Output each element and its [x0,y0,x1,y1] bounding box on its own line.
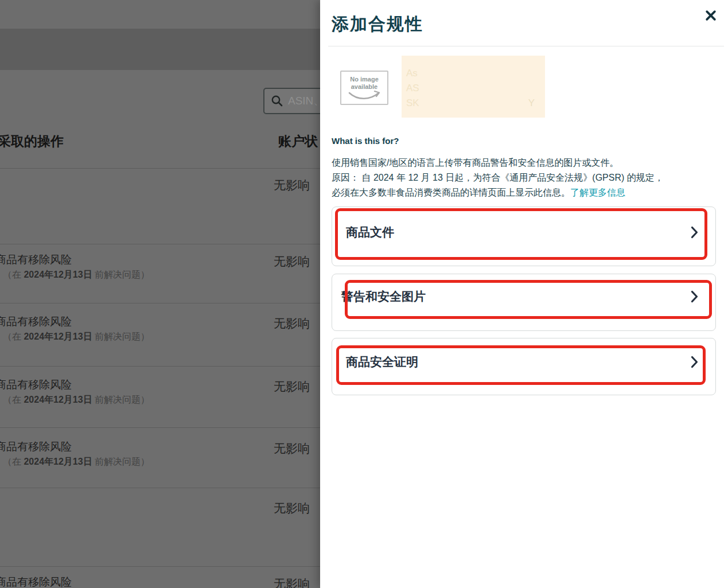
risk-title-cell: 商品有移除风险 [0,252,72,267]
option-product-safety-certification[interactable]: 商品安全证明 [332,338,716,395]
close-button[interactable] [703,8,718,23]
account-impact-cell: 无影响 [274,254,310,270]
chevron-right-icon [691,356,698,368]
product-info-redacted: As AS SK Y [402,56,545,118]
product-thumbnail-placeholder: No image available [340,71,388,105]
account-impact-cell: 无影响 [274,379,310,395]
option-label: 商品安全证明 [346,354,418,370]
section-heading: What is this for? [332,136,399,146]
risk-title-cell: 商品有移除风险 [0,575,72,588]
screenshot-stage: 采取的操作 账户状 无影响 商品有移除风险 （在 2024年12月13日 前解决… [0,0,728,588]
risk-sub-prefix: （在 [3,395,24,404]
row-divider [0,488,320,488]
option-label: 警告和安全图片 [341,289,426,305]
account-impact-cell: 无影响 [274,576,310,588]
amazon-smile-icon [347,91,382,101]
description-line-3-text: 必须在大多数非食品消费类商品的详情页面上显示此信息。 [332,188,570,197]
risk-sub-prefix: （在 [3,332,24,341]
column-header-action: 采取的操作 [0,133,64,150]
row-divider [0,303,320,303]
risk-sub-prefix: （在 [3,270,24,279]
no-image-text: available [341,83,387,91]
title-divider [328,46,724,46]
row-divider [0,427,320,428]
row-divider [0,168,320,169]
redacted-line: As [406,68,418,79]
risk-title-cell: 商品有移除风险 [0,439,72,454]
description-line-1: 使用销售国家/地区的语言上传带有商品警告和安全信息的图片或文件。 [332,155,618,170]
no-image-text: No image [341,76,387,83]
risk-sub-date: 2024年12月13日 [24,395,92,404]
option-warning-safety-images[interactable]: 警告和安全图片 [332,274,716,331]
redacted-line: SK [406,98,419,109]
account-impact-cell: 无影响 [274,500,310,516]
row-divider [0,366,320,367]
risk-title-cell: 商品有移除风险 [0,314,72,329]
learn-more-link[interactable]: 了解更多信息 [570,188,625,197]
chevron-right-icon [691,290,698,303]
page-top-strip [0,0,320,29]
account-impact-cell: 无影响 [274,316,310,332]
risk-sub-suffix: 前解决问题） [92,332,150,341]
account-impact-cell: 无影响 [274,441,310,457]
option-label: 商品文件 [346,224,394,240]
row-divider [0,566,320,567]
option-product-documents[interactable]: 商品文件 [332,207,716,266]
risk-deadline-cell: （在 2024年12月13日 前解决问题） [3,269,150,281]
redacted-char: Y [528,98,535,109]
column-header-status: 账户状 [278,133,318,150]
risk-deadline-cell: （在 2024年12月13日 前解决问题） [3,456,150,468]
risk-sub-prefix: （在 [3,457,24,466]
search-icon [271,95,283,107]
risk-sub-suffix: 前解决问题） [92,270,150,279]
risk-title-cell: 商品有移除风险 [0,377,72,392]
risk-deadline-cell: （在 2024年12月13日 前解决问题） [3,394,150,406]
add-compliance-drawer: 添加合规性 No image available As AS SK Y What… [320,0,728,588]
page-header-band [0,29,320,70]
description-line-2: 原因： 自 2024 年 12 月 13 日起，为符合《通用产品安全法规》(GP… [332,170,664,185]
description-line-3: 必须在大多数非食品消费类商品的详情页面上显示此信息。了解更多信息 [332,185,625,200]
redacted-line: AS [406,83,419,94]
risk-sub-date: 2024年12月13日 [24,332,92,341]
risk-sub-suffix: 前解决问题） [92,457,150,466]
risk-sub-suffix: 前解决问题） [92,395,150,404]
row-divider [0,244,320,244]
chevron-right-icon [691,226,698,239]
risk-deadline-cell: （在 2024年12月13日 前解决问题） [3,331,150,343]
dimmed-background-page: 采取的操作 账户状 无影响 商品有移除风险 （在 2024年12月13日 前解决… [0,0,320,588]
risk-sub-date: 2024年12月13日 [24,270,92,279]
risk-sub-date: 2024年12月13日 [24,457,92,466]
drawer-title: 添加合规性 [332,13,423,36]
close-icon [705,10,717,21]
account-impact-cell: 无影响 [274,177,310,193]
